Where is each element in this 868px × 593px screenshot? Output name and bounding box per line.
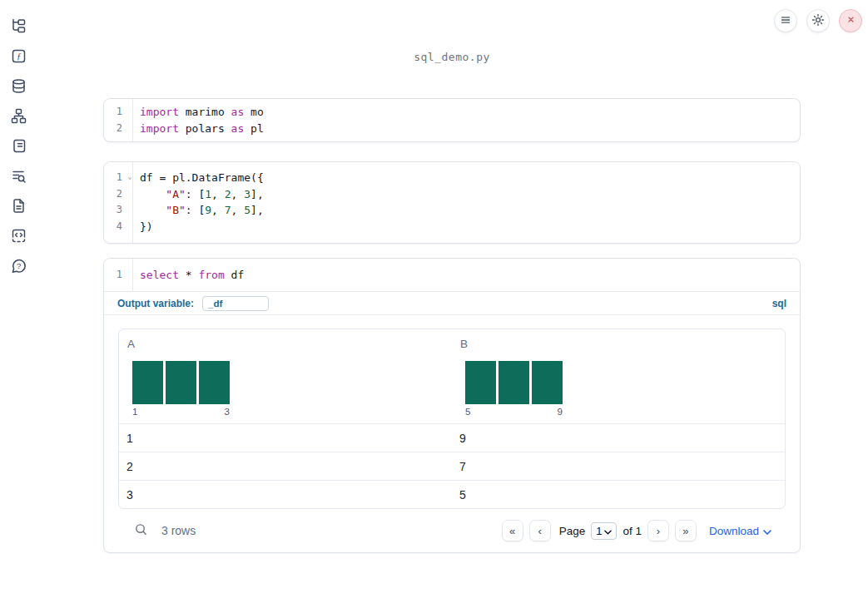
help-bubble-icon: ? (11, 258, 27, 276)
code-line: 4}) (104, 219, 800, 235)
histogram-bar (465, 361, 496, 404)
notebook-filename: sql_demo.py (103, 51, 801, 64)
first-page-button[interactable]: « (502, 520, 523, 541)
table-row: 27 (119, 452, 785, 480)
table-cell: 2 (119, 460, 452, 473)
line-number: 3 (104, 202, 132, 219)
code-editor[interactable]: 1import marimo as mo2import polars as pl (104, 99, 800, 141)
sql-cell[interactable]: 1select * from df Output variable: sql A… (103, 258, 801, 554)
download-label: Download (709, 525, 759, 537)
sidebar-button-3[interactable] (8, 79, 28, 95)
search-button[interactable] (134, 522, 148, 539)
chevron-left-icon: ‹ (538, 525, 541, 537)
left-sidebar: ƒ ? (0, 0, 37, 274)
sidebar-button-7[interactable] (8, 199, 28, 215)
sidebar-button-1[interactable] (8, 19, 28, 35)
svg-text:?: ? (16, 260, 20, 269)
chevron-down-icon (763, 525, 771, 537)
chevrons-right-icon: » (682, 525, 688, 537)
page-select[interactable]: 1 (591, 522, 617, 540)
column-header: B59 (452, 329, 785, 423)
output-variable-input[interactable] (202, 296, 269, 311)
cell-output: A13B59 192735 3 rows « ‹ Page 1 of 1 › »… (104, 315, 800, 552)
line-number: 1 (104, 267, 132, 284)
fold-chevron-icon[interactable]: ⌄ (128, 169, 132, 185)
sql-cell-options-row: Output variable: sql (104, 292, 800, 314)
database-icon (11, 78, 27, 96)
histogram-bar (532, 361, 563, 404)
sidebar-button-6[interactable] (8, 169, 28, 185)
code-line: 1⌄df = pl.DataFrame({ (104, 170, 800, 186)
folder-tree-icon (11, 18, 27, 37)
notebook: sql_demo.py 1import marimo as mo2import … (103, 0, 801, 553)
sql-editor[interactable]: 1select * from df (104, 259, 800, 292)
sidebar-button-8[interactable] (8, 229, 28, 245)
column-header: A13 (119, 329, 452, 423)
last-page-button[interactable]: » (675, 520, 697, 541)
line-number: 1⌄ (104, 170, 132, 186)
table-cell: 3 (119, 488, 452, 502)
table-body: 192735 (119, 423, 785, 508)
function-square-icon: ƒ (11, 48, 27, 67)
histogram-bar (498, 361, 529, 404)
histogram-bar (199, 361, 230, 404)
close-icon (845, 13, 857, 28)
code-line: 2import polars as pl (104, 121, 800, 137)
code-line: 2 "A": [1, 2, 3], (104, 186, 800, 203)
shutdown-button[interactable] (839, 9, 862, 32)
download-button[interactable]: Download (709, 525, 771, 537)
sidebar-button-5[interactable] (8, 139, 28, 155)
table-cell: 9 (452, 432, 785, 445)
code-editor[interactable]: 1⌄df = pl.DataFrame({2 "A": [1, 2, 3],3 … (104, 162, 800, 242)
sidebar-button-4[interactable] (8, 109, 28, 125)
code-square-icon (11, 228, 27, 246)
line-number: 2 (104, 121, 132, 137)
chevron-down-icon (604, 525, 612, 537)
line-number: 4 (104, 219, 132, 235)
column-histogram (465, 361, 785, 404)
table-cell: 7 (452, 460, 785, 473)
scroll-text-icon (11, 138, 27, 156)
chevron-right-icon: › (657, 525, 660, 537)
table-row: 35 (119, 480, 785, 508)
sidebar-button-9[interactable]: ? (8, 259, 28, 274)
histogram-bar (166, 361, 196, 404)
row-count: 3 rows (161, 524, 196, 537)
table-row: 19 (119, 423, 785, 452)
prev-page-button[interactable]: ‹ (529, 520, 551, 541)
language-badge: sql (772, 298, 786, 309)
code-line: 1select * from df (104, 267, 800, 284)
next-page-button[interactable]: › (647, 520, 669, 541)
column-name: A (127, 338, 452, 350)
table-header: A13B59 (119, 329, 785, 423)
table-cell: 1 (119, 432, 452, 445)
histogram-bar (132, 361, 163, 404)
line-number: 1 (104, 104, 132, 121)
text-search-icon (11, 168, 27, 186)
table-cell: 5 (452, 488, 785, 502)
magnifier-icon (134, 522, 148, 539)
sidebar-button-2[interactable]: ƒ (8, 49, 28, 65)
column-histogram (132, 361, 452, 404)
line-number: 2 (104, 186, 132, 203)
table-footer: 3 rows « ‹ Page 1 of 1 › » Download (132, 517, 771, 544)
svg-text:ƒ: ƒ (16, 51, 21, 61)
histogram-range-labels: 59 (465, 407, 563, 417)
file-text-icon (11, 198, 27, 216)
output-variable-label: Output variable: (117, 298, 194, 309)
page-select-value: 1 (596, 525, 602, 537)
code-line: 1import marimo as mo (104, 104, 800, 121)
dataframe-table: A13B59 192735 (118, 329, 786, 509)
page-label: Page (559, 525, 586, 537)
code-cell-dataframe[interactable]: 1⌄df = pl.DataFrame({2 "A": [1, 2, 3],3 … (103, 161, 801, 243)
histogram-range-labels: 13 (132, 407, 230, 417)
chevrons-left-icon: « (509, 525, 515, 537)
gear-icon (811, 13, 825, 29)
code-cell-imports[interactable]: 1import marimo as mo2import polars as pl (103, 98, 801, 142)
network-icon (11, 108, 27, 126)
code-line: 3 "B": [9, 7, 5], (104, 202, 800, 219)
page-of-label: of 1 (622, 525, 642, 537)
settings-button[interactable] (806, 9, 830, 32)
column-name: B (460, 338, 785, 350)
